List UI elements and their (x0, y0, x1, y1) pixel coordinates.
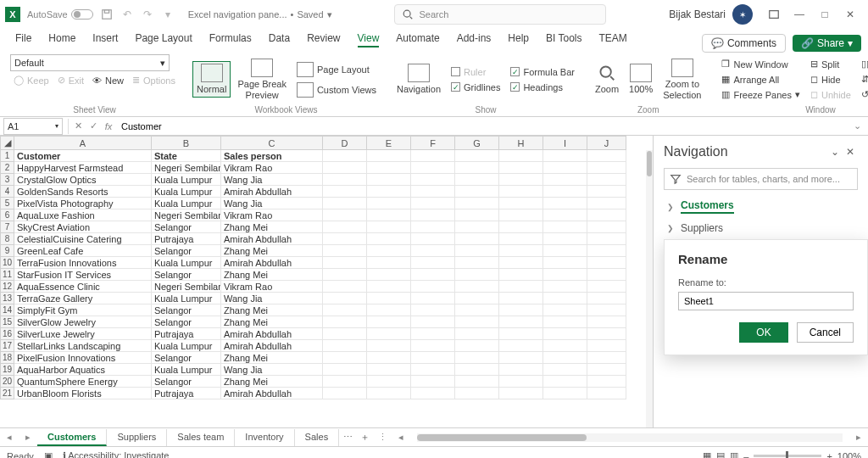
zoom-in-icon[interactable]: + (826, 451, 832, 459)
col-header[interactable]: B (152, 137, 221, 150)
cell[interactable] (411, 293, 455, 304)
fx-icon[interactable]: fx (101, 121, 116, 131)
page-break-preview-button[interactable]: Page Break Preview (234, 57, 289, 101)
cell[interactable] (455, 186, 499, 198)
cell[interactable]: Vikram Rao (221, 162, 323, 174)
tab-insert[interactable]: Insert (84, 29, 126, 53)
cell[interactable]: Selangor (152, 352, 221, 364)
cell[interactable] (367, 209, 411, 221)
col-header[interactable]: I (543, 137, 587, 150)
close-icon[interactable]: ✕ (837, 2, 863, 27)
cell[interactable]: Wang Jia (221, 364, 323, 376)
tab-scroll-left-icon[interactable]: ◂ (0, 432, 19, 443)
document-title[interactable]: Excel navigation pane... • Saved ▾ (188, 9, 332, 20)
cell[interactable] (543, 233, 587, 245)
cell[interactable] (323, 162, 367, 174)
cell[interactable]: Zhang Mei (221, 269, 323, 281)
page-layout-button[interactable]: Page Layout (293, 60, 380, 79)
sheetview-dropdown[interactable]: Default▾ (10, 54, 170, 71)
cell[interactable] (455, 198, 499, 209)
row-header[interactable]: 8 (1, 233, 14, 245)
cell[interactable]: TerraGaze Gallery (14, 293, 152, 304)
cell[interactable] (499, 281, 543, 293)
share-button[interactable]: 🔗 Share ▾ (793, 35, 861, 52)
cell[interactable] (455, 269, 499, 281)
horizontal-scrollbar[interactable] (417, 433, 843, 442)
nav-item-suppliers[interactable]: ❯Suppliers (664, 218, 858, 238)
row-header[interactable]: 19 (1, 364, 14, 376)
zoom-level[interactable]: 100% (837, 451, 861, 459)
row-header[interactable]: 21 (1, 388, 14, 399)
cell[interactable] (411, 174, 455, 186)
row-header[interactable]: 14 (1, 304, 14, 316)
cell[interactable] (543, 257, 587, 269)
gridlines-checkbox[interactable]: ✓ Gridlines (448, 81, 504, 94)
cell[interactable] (323, 388, 367, 399)
cell[interactable]: Amirah Abdullah (221, 340, 323, 352)
cell[interactable]: CrystalGlow Optics (14, 174, 152, 186)
accessibility-status[interactable]: ℹ Accessibility: Investigate (63, 450, 170, 458)
cell[interactable] (367, 364, 411, 376)
row-header[interactable]: 5 (1, 198, 14, 209)
cell[interactable] (587, 304, 626, 316)
cell[interactable] (455, 209, 499, 221)
cell[interactable] (411, 316, 455, 328)
cell[interactable] (543, 376, 587, 388)
cell[interactable] (367, 198, 411, 209)
cell[interactable]: Amirah Abdullah (221, 233, 323, 245)
cell[interactable] (543, 352, 587, 364)
zoom-100-button[interactable]: 100% (626, 62, 656, 96)
cell[interactable] (367, 186, 411, 198)
tab-page-layout[interactable]: Page Layout (126, 29, 200, 53)
row-header[interactable]: 2 (1, 162, 14, 174)
keep-button[interactable]: ◯ Keep (10, 73, 53, 87)
cell[interactable] (323, 293, 367, 304)
cell[interactable]: SkyCrest Aviation (14, 221, 152, 233)
cell[interactable] (499, 245, 543, 257)
undo-icon[interactable]: ↶ (120, 8, 134, 21)
cell[interactable]: Vikram Rao (221, 281, 323, 293)
cell[interactable]: SimplyFit Gym (14, 304, 152, 316)
cell[interactable] (367, 388, 411, 399)
unhide-button[interactable]: ◻ Unhide (807, 87, 854, 102)
tab-more-icon[interactable]: ⋯ (339, 432, 356, 443)
nav-item-customers[interactable]: ❯Customers (664, 195, 858, 218)
sheet-tab-customers[interactable]: Customers (37, 429, 107, 446)
cell[interactable] (455, 304, 499, 316)
cell[interactable]: Sales person (221, 150, 323, 162)
cell[interactable] (499, 316, 543, 328)
cell[interactable]: Kuala Lumpur (152, 340, 221, 352)
cell[interactable]: Vikram Rao (221, 209, 323, 221)
cell[interactable] (323, 257, 367, 269)
col-header[interactable]: C (221, 137, 323, 150)
cell[interactable]: Wang Jia (221, 293, 323, 304)
cell[interactable] (499, 198, 543, 209)
hide-button[interactable]: ◻ Hide (807, 72, 854, 87)
cell[interactable] (323, 316, 367, 328)
cell[interactable] (587, 316, 626, 328)
cell[interactable] (323, 281, 367, 293)
cell[interactable] (411, 352, 455, 364)
cell[interactable] (323, 174, 367, 186)
cell[interactable] (543, 150, 587, 162)
navigation-button[interactable]: Navigation (393, 62, 444, 96)
cell[interactable] (411, 281, 455, 293)
cell[interactable]: HappyHarvest Farmstead (14, 162, 152, 174)
row-header[interactable]: 13 (1, 293, 14, 304)
cell[interactable] (499, 376, 543, 388)
cell[interactable] (455, 162, 499, 174)
col-header[interactable]: F (411, 137, 455, 150)
cell[interactable] (367, 269, 411, 281)
cell[interactable] (411, 198, 455, 209)
comments-button[interactable]: 💬 Comments (702, 34, 786, 53)
cell[interactable] (367, 340, 411, 352)
sheet-tab-inventory[interactable]: Inventory (235, 429, 294, 446)
cell[interactable]: Selangor (152, 245, 221, 257)
cell[interactable] (455, 281, 499, 293)
cell[interactable] (455, 340, 499, 352)
cell[interactable] (499, 340, 543, 352)
cell[interactable] (543, 174, 587, 186)
cell[interactable] (455, 221, 499, 233)
col-header[interactable]: D (323, 137, 367, 150)
normal-view-button[interactable]: Normal (192, 61, 231, 97)
